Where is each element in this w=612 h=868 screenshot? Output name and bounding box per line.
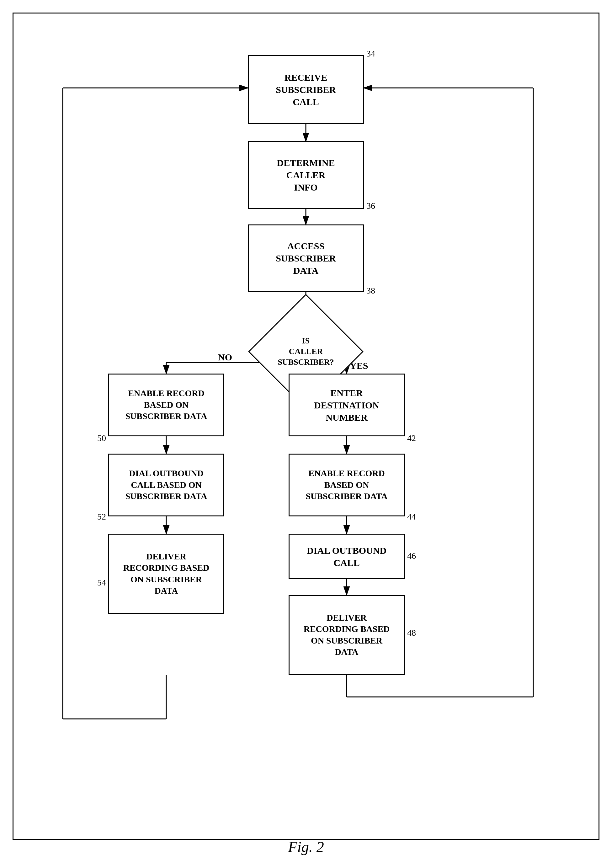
ref-50: 50 [97, 433, 106, 443]
node-44-label: ENABLE RECORD BASED ON SUBSCRIBER DATA [306, 468, 387, 502]
ref-38: 38 [366, 286, 375, 296]
node-50-label: ENABLE RECORD BASED ON SUBSCRIBER DATA [125, 388, 207, 422]
ref-42: 42 [407, 433, 416, 443]
node-receive-subscriber-call: RECEIVE SUBSCRIBER CALL [248, 55, 364, 124]
page: NO YES RECEIVE SUBSCRIBER CALL 34 DETERM… [0, 0, 612, 868]
node-36-label: DETERMINE CALLER INFO [277, 157, 335, 194]
node-determine-caller-info: DETERMINE CALLER INFO [248, 141, 364, 209]
node-48-label: DELIVER RECORDING BASED ON SUBSCRIBER DA… [304, 612, 390, 658]
node-access-subscriber-data: ACCESS SUBSCRIBER DATA [248, 225, 364, 292]
node-42-label: ENTER DESTINATION NUMBER [314, 387, 379, 423]
node-enter-destination-number: ENTER DESTINATION NUMBER [289, 374, 405, 436]
node-deliver-recording-right: DELIVER RECORDING BASED ON SUBSCRIBER DA… [289, 595, 405, 675]
node-46-label: DIAL OUTBOUND CALL [307, 544, 386, 569]
node-enable-record-right: ENABLE RECORD BASED ON SUBSCRIBER DATA [289, 454, 405, 516]
ref-34: 34 [366, 49, 375, 59]
ref-54: 54 [97, 578, 106, 587]
figure-caption: Fig. 2 [288, 838, 324, 856]
node-enable-record-left: ENABLE RECORD BASED ON SUBSCRIBER DATA [108, 374, 224, 436]
node-dial-outbound-left: DIAL OUTBOUND CALL BASED ON SUBSCRIBER D… [108, 454, 224, 516]
node-dial-outbound-right: DIAL OUTBOUND CALL [289, 534, 405, 579]
node-52-label: DIAL OUTBOUND CALL BASED ON SUBSCRIBER D… [125, 468, 207, 502]
ref-52: 52 [97, 512, 106, 522]
ref-46: 46 [407, 551, 416, 561]
node-deliver-recording-left: DELIVER RECORDING BASED ON SUBSCRIBER DA… [108, 534, 224, 614]
ref-48: 48 [407, 628, 416, 638]
node-54-label: DELIVER RECORDING BASED ON SUBSCRIBER DA… [123, 551, 210, 597]
node-38-label: ACCESS SUBSCRIBER DATA [276, 240, 336, 277]
ref-36: 36 [366, 201, 375, 211]
node-34-label: RECEIVE SUBSCRIBER CALL [276, 71, 336, 108]
ref-44: 44 [407, 512, 416, 522]
